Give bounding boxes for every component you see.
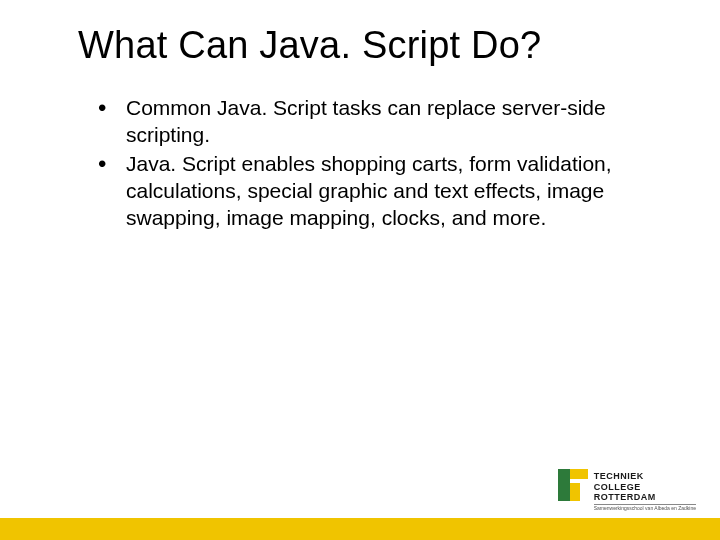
logo-line: TECHNIEK	[594, 471, 696, 481]
logo-subtext: Samenwerkingsschool van Albeda en Zadkin…	[594, 504, 696, 512]
logo-line: ROTTERDAM	[594, 492, 696, 502]
logo-mark-icon	[558, 469, 588, 507]
logo-line: COLLEGE	[594, 482, 696, 492]
bullet-list: Common Java. Script tasks can replace se…	[78, 95, 670, 231]
slide: What Can Java. Script Do? Common Java. S…	[0, 0, 720, 540]
list-item: Common Java. Script tasks can replace se…	[102, 95, 670, 149]
footer-logo: TECHNIEK COLLEGE ROTTERDAM Samenwerkings…	[558, 469, 696, 512]
footer-accent-bar	[0, 518, 720, 540]
slide-title: What Can Java. Script Do?	[78, 24, 670, 67]
logo-text: TECHNIEK COLLEGE ROTTERDAM Samenwerkings…	[594, 469, 696, 512]
list-item: Java. Script enables shopping carts, for…	[102, 151, 670, 232]
